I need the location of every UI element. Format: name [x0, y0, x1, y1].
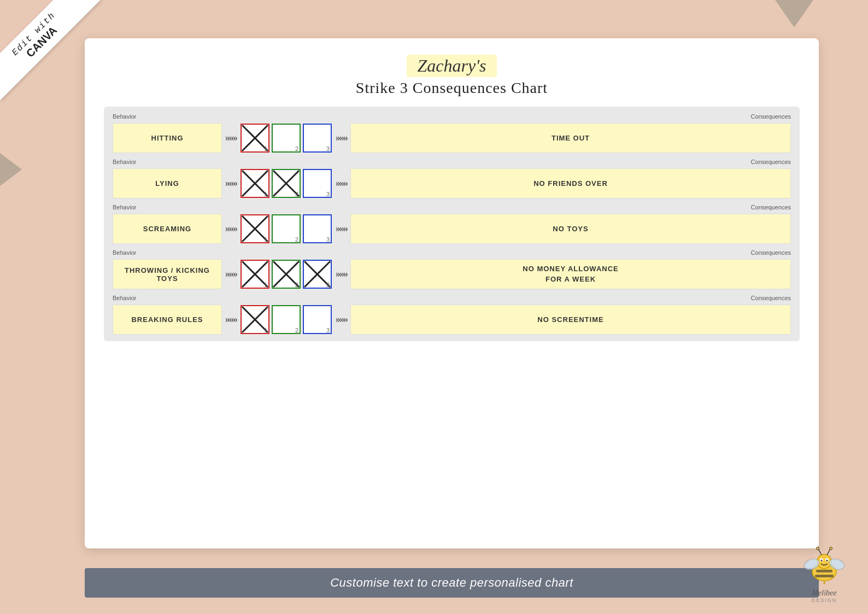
triangle-decoration-top [775, 0, 813, 27]
svg-text:3: 3 [326, 191, 330, 197]
arrow-right-3: »»» [336, 223, 347, 235]
consequence-box-1: TIME OUT [350, 123, 791, 153]
arrow-right-1: »»» [336, 132, 347, 144]
svg-text:1: 1 [264, 145, 267, 152]
arrow-right-2: »»» [336, 178, 347, 189]
svg-text:2: 2 [295, 191, 298, 197]
title-area: Zachary's Strike 3 Consequences Chart [104, 55, 800, 97]
svg-point-57 [830, 547, 832, 550]
arrow-right-5: »»» [336, 314, 347, 325]
child-name: Zachary's [407, 55, 497, 77]
bee-illustration [800, 543, 849, 584]
strike-box-1-2: 2 [271, 123, 301, 153]
svg-text:2: 2 [295, 145, 298, 152]
strike-box-4-2: 2 [271, 259, 301, 289]
svg-point-52 [821, 560, 823, 562]
svg-point-49 [817, 554, 831, 569]
bee-sublabel: DESIGN [791, 598, 857, 603]
bottom-banner: Customise text to create personalised ch… [85, 568, 819, 598]
strike-box-2-1: 1 [240, 168, 270, 198]
bee-container: Melibee DESIGN [791, 543, 857, 603]
behavior-box-2: LYING [113, 168, 222, 198]
svg-text:3: 3 [326, 145, 330, 152]
behavior-label-3: Behavior [113, 204, 136, 210]
consequence-box-5: NO SCREENTIME [350, 305, 791, 335]
bottom-banner-text: Customise text to create personalised ch… [330, 576, 573, 589]
consequence-box-2: NO FRIENDS OVER [350, 168, 791, 198]
chart-area: BehaviorConsequencesHITTING»»»123»»»TIME… [104, 107, 800, 341]
arrow-left-3: »»» [225, 223, 237, 235]
ribbon-line2: CANVA [0, 0, 89, 89]
consequence-label-3: Consequences [751, 204, 791, 210]
consequence-box-4: NO MONEY ALLOWANCEFOR A WEEK [350, 259, 791, 289]
consequence-label-4: Consequences [751, 249, 791, 256]
arrow-left-1: »»» [225, 132, 237, 144]
strike-boxes-5: 123 [240, 305, 332, 335]
behavior-label-2: Behavior [113, 159, 136, 165]
svg-text:3: 3 [326, 282, 330, 288]
strike-box-4-3: 3 [302, 259, 332, 289]
svg-text:1: 1 [264, 236, 267, 243]
strike-boxes-1: 123 [240, 123, 332, 153]
svg-rect-48 [815, 575, 834, 577]
svg-text:1: 1 [264, 191, 267, 197]
svg-point-53 [826, 560, 828, 562]
arrow-left-4: »»» [225, 268, 237, 280]
bee-label: Melibee [791, 589, 857, 598]
strike-box-2-2: 2 [271, 168, 301, 198]
strike-box-5-2: 2 [271, 305, 301, 335]
strike-box-3-1: 1 [240, 214, 270, 244]
behavior-box-4: THROWING / KICKING TOYS [113, 259, 222, 289]
strike-box-1-1: 1 [240, 123, 270, 153]
svg-line-56 [827, 549, 830, 555]
strike-box-3-2: 2 [271, 214, 301, 244]
chart-row-3: BehaviorConsequencesSCREAMING»»»123»»»NO… [113, 204, 791, 244]
behavior-box-1: HITTING [113, 123, 222, 153]
strike-box-2-3: 3 [302, 168, 332, 198]
svg-text:1: 1 [264, 282, 267, 288]
svg-text:2: 2 [295, 327, 298, 334]
svg-text:3: 3 [326, 327, 330, 334]
svg-text:2: 2 [295, 236, 298, 243]
svg-text:1: 1 [264, 327, 267, 334]
consequence-label-5: Consequences [751, 295, 791, 301]
strike-box-1-3: 3 [302, 123, 332, 153]
chart-row-1: BehaviorConsequencesHITTING»»»123»»»TIME… [113, 113, 791, 153]
ribbon-container: Edit with CANVA [0, 0, 120, 120]
strike-boxes-4: 123 [240, 259, 332, 289]
behavior-box-3: SCREAMING [113, 214, 222, 244]
strike-box-5-3: 3 [302, 305, 332, 335]
canva-ribbon: Edit with CANVA [0, 0, 100, 101]
svg-text:3: 3 [326, 236, 330, 243]
svg-text:2: 2 [295, 282, 298, 288]
behavior-box-5: BREAKING RULES [113, 305, 222, 335]
behavior-label-5: Behavior [113, 295, 136, 301]
strike-boxes-3: 123 [240, 214, 332, 244]
arrow-right-4: »»» [336, 268, 347, 280]
chart-title: Strike 3 Consequences Chart [104, 79, 800, 97]
arrow-left-5: »»» [225, 314, 237, 325]
triangle-decoration-left [0, 153, 22, 186]
strike-box-4-1: 1 [240, 259, 270, 289]
strike-box-3-3: 3 [302, 214, 332, 244]
behavior-label-4: Behavior [113, 249, 136, 256]
strike-boxes-2: 123 [240, 168, 332, 198]
chart-row-2: BehaviorConsequencesLYING»»»123»»»NO FRI… [113, 159, 791, 198]
consequence-label-1: Consequences [751, 113, 791, 120]
chart-row-4: BehaviorConsequencesTHROWING / KICKING T… [113, 249, 791, 289]
svg-line-54 [818, 549, 822, 555]
main-card: Zachary's Strike 3 Consequences Chart Be… [85, 38, 819, 548]
strike-box-5-1: 1 [240, 305, 270, 335]
chart-row-5: BehaviorConsequencesBREAKING RULES»»»123… [113, 295, 791, 335]
consequence-box-3: NO TOYS [350, 214, 791, 244]
svg-rect-47 [816, 570, 832, 572]
svg-point-55 [817, 547, 819, 550]
arrow-left-2: »»» [225, 178, 237, 189]
consequence-label-2: Consequences [751, 159, 791, 165]
